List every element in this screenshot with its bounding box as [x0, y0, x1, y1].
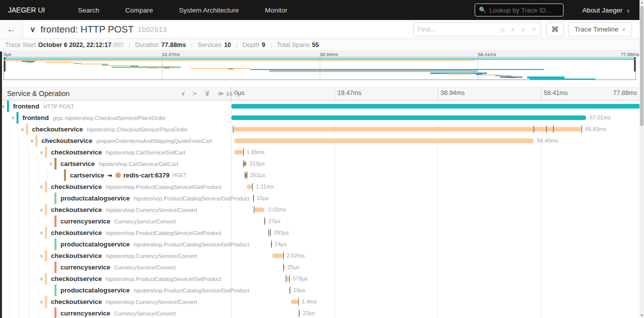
- span-tree-row[interactable]: ∨checkoutservicehipstershop.ProductCatal…: [0, 273, 231, 284]
- trace-view-selector[interactable]: Trace Timeline ∨: [568, 22, 632, 36]
- span-bar-row[interactable]: 2.02ms: [231, 204, 644, 216]
- prev-match-icon[interactable]: ∧: [511, 26, 515, 33]
- scroll-down-icon[interactable]: ▼: [640, 313, 644, 318]
- span-duration-bar[interactable]: [234, 150, 243, 154]
- scrollbar-thumb[interactable]: [640, 6, 644, 126]
- collapse-trace-chevron-icon[interactable]: ∨: [30, 25, 35, 34]
- chevron-down-icon[interactable]: ∨: [38, 230, 45, 236]
- nav-item-monitor[interactable]: Monitor: [265, 6, 287, 14]
- span-duration-label: 579μs: [293, 273, 308, 284]
- span-boundary-tick: [253, 194, 254, 202]
- chevron-down-icon[interactable]: ∨: [47, 161, 54, 166]
- span-bar-row[interactable]: 25μs: [231, 262, 644, 273]
- span-bar-row[interactable]: 510μs: [231, 158, 644, 170]
- span-tree-row[interactable]: ∨checkoutservicehipstershop.ProductCatal…: [0, 181, 231, 192]
- span-bar-row[interactable]: 393μs: [231, 227, 644, 238]
- span-bar-row[interactable]: 67.01ms: [231, 112, 644, 124]
- match-target-icon[interactable]: ◎: [500, 26, 505, 33]
- span-bar-row[interactable]: 1.11ms: [231, 181, 644, 192]
- span-bar-row[interactable]: 15μs: [231, 192, 644, 204]
- span-tree-row[interactable]: currencyserviceCurrencyService/Convert: [0, 216, 231, 227]
- span-tree-row[interactable]: productcatalogservicehipstershop.Product…: [0, 238, 231, 250]
- span-tree-row[interactable]: productcatalogservicehipstershop.Product…: [0, 192, 231, 204]
- nav-item-system-architecture[interactable]: System Architecture: [179, 6, 239, 14]
- span-duration-bar[interactable]: [231, 104, 644, 108]
- span-bar-row[interactable]: 16μs: [231, 284, 644, 296]
- brand-jaeger-ui[interactable]: JAEGER UI: [8, 6, 45, 14]
- span-tree-row[interactable]: ∨frontendgrpc.hipstershop.CheckoutServic…: [0, 112, 231, 124]
- operation-name: hipstershop.CurrencyService/Convert: [106, 207, 197, 213]
- back-button[interactable]: ←: [0, 20, 23, 38]
- span-duration-bar[interactable]: [291, 300, 298, 304]
- span-bar-row[interactable]: [231, 100, 644, 112]
- span-duration-bar[interactable]: [247, 184, 253, 189]
- span-tree-row[interactable]: productcatalogservicehipstershop.Product…: [0, 284, 231, 296]
- chevron-down-icon[interactable]: ∨: [38, 253, 45, 258]
- span-bar-row[interactable]: 56.45ms: [231, 135, 644, 146]
- span-bar-row[interactable]: 579μs: [231, 273, 644, 284]
- clear-find-icon[interactable]: ✕: [532, 26, 537, 33]
- collapse-all-icon[interactable]: ≫: [204, 90, 211, 96]
- trace-minimap[interactable]: [3, 57, 636, 80]
- chevron-down-icon[interactable]: ∨: [19, 126, 26, 132]
- chevron-down-icon[interactable]: ∨: [38, 299, 45, 304]
- vertical-scrollbar[interactable]: ▲ ▼: [640, 0, 644, 318]
- chevron-down-icon[interactable]: ∨: [38, 276, 45, 282]
- span-bar-row[interactable]: 65.82ms: [231, 124, 644, 135]
- indent-guide: [9, 227, 19, 238]
- span-tree-row[interactable]: ∨checkoutservicehipstershop.CurrencyServ…: [0, 296, 231, 308]
- scroll-up-icon[interactable]: ▲: [640, 0, 644, 5]
- operation-name: hipstershop.ProductCatalogService/GetPro…: [106, 230, 221, 236]
- expand-one-icon[interactable]: ≻: [192, 90, 197, 97]
- next-match-icon[interactable]: ∨: [521, 26, 526, 33]
- about-jaeger-menu[interactable]: About Jaeger ∨: [583, 6, 630, 14]
- span-bar-row[interactable]: 2.02ms: [231, 250, 644, 262]
- span-bar-row[interactable]: 1.65ms: [231, 146, 644, 158]
- span-tree-row[interactable]: ∨checkoutservicehipstershop.CheckoutServ…: [0, 124, 231, 135]
- span-tree-row[interactable]: ∨cartservicehipstershop.CartService/GetC…: [0, 158, 231, 170]
- span-bar-row[interactable]: 352μs: [231, 170, 644, 181]
- span-tree-row[interactable]: ∨checkoutservicehipstershop.ProductCatal…: [0, 227, 231, 238]
- span-duration-bar[interactable]: [272, 254, 283, 258]
- span-tree-row[interactable]: currencyserviceCurrencyService/Convert: [0, 308, 231, 318]
- nav-item-compare[interactable]: Compare: [125, 6, 153, 14]
- span-tree-row[interactable]: ∨frontendHTTP POST: [0, 100, 231, 112]
- operation-name: hipstershop.CartService/GetCart: [99, 161, 178, 167]
- span-duration-bar[interactable]: [234, 138, 534, 143]
- span-tree-row[interactable]: ∨checkoutservicehipstershop.CurrencyServ…: [0, 204, 231, 216]
- chevron-down-icon[interactable]: ∨: [38, 207, 45, 212]
- span-tree-row[interactable]: ∨checkoutservicehipstershop.CartService/…: [0, 146, 231, 158]
- span-bar-row[interactable]: 1.4ms: [231, 296, 644, 308]
- span-boundary-tick: [290, 286, 290, 294]
- span-duration-bar[interactable]: [254, 208, 264, 212]
- indent-guide: [9, 204, 19, 216]
- span-tree-row[interactable]: cartservice➔redis-cart:6379HGET: [0, 170, 231, 181]
- span-duration-bar[interactable]: [233, 127, 582, 132]
- find-input[interactable]: [418, 26, 493, 33]
- span-duration-bar[interactable]: [231, 116, 586, 120]
- span-tree-row[interactable]: ∨checkoutservicehipstershop.CurrencyServ…: [0, 250, 231, 262]
- keyboard-shortcuts-button[interactable]: ⌘: [546, 22, 564, 36]
- indent-guide: [28, 146, 38, 158]
- find-box[interactable]: ◎ ∧ ∨ ✕: [413, 22, 541, 36]
- span-bar-row[interactable]: 27μs: [231, 216, 644, 227]
- chevron-down-icon[interactable]: ∨: [38, 184, 45, 190]
- trace-id-lookup[interactable]: 🔍: [475, 4, 564, 16]
- nav-item-search[interactable]: Search: [78, 6, 99, 14]
- chevron-down-icon[interactable]: ∨: [38, 150, 45, 155]
- chevron-down-icon[interactable]: ∨: [9, 115, 16, 120]
- expand-all-icon[interactable]: ≫: [217, 90, 224, 97]
- trace-id-lookup-input[interactable]: [490, 6, 555, 14]
- operation-name: hipstershop.CurrencyService/Convert: [106, 253, 197, 259]
- chevron-down-icon[interactable]: ∨: [28, 138, 35, 144]
- span-bar-row[interactable]: 14μs: [231, 238, 644, 250]
- indent-guide: [19, 216, 28, 227]
- span-tree-row[interactable]: ∨checkoutserviceprepareOrderItemsAndShip…: [0, 135, 231, 146]
- span-bar-row[interactable]: 22μs: [231, 308, 644, 318]
- span-tree-row[interactable]: currencyserviceCurrencyService/Convert: [0, 262, 231, 273]
- indent-guide: [19, 181, 28, 192]
- minimap-right-handle[interactable]: [634, 58, 636, 72]
- collapse-one-icon[interactable]: ∨: [181, 90, 185, 97]
- indent-guide: [19, 284, 28, 296]
- minimap-span-segment: [105, 65, 133, 66]
